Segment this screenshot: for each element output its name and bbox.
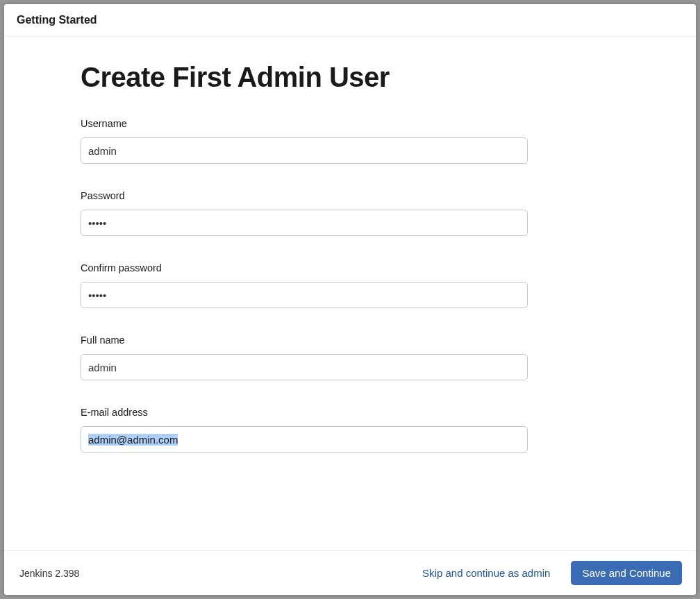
email-group: E-mail address admin@admin.com: [81, 407, 528, 453]
fullname-input[interactable]: [81, 354, 528, 380]
email-input[interactable]: admin@admin.com: [81, 426, 528, 453]
fullname-label: Full name: [81, 335, 528, 346]
page-title: Create First Admin User: [81, 62, 619, 93]
password-label: Password: [81, 190, 528, 201]
email-label: E-mail address: [81, 407, 528, 418]
username-group: Username: [81, 118, 528, 164]
modal-header-title: Getting Started: [17, 14, 683, 26]
username-input[interactable]: [81, 137, 528, 164]
skip-button[interactable]: Skip and continue as admin: [411, 561, 561, 585]
email-value: admin@admin.com: [88, 434, 178, 446]
setup-wizard-modal: Getting Started Create First Admin User …: [4, 4, 696, 595]
confirm-password-input[interactable]: [81, 282, 528, 308]
password-input[interactable]: [81, 210, 528, 236]
save-button[interactable]: Save and Continue: [571, 561, 682, 585]
fullname-group: Full name: [81, 335, 528, 380]
confirm-password-group: Confirm password: [81, 262, 528, 308]
modal-body: Create First Admin User Username Passwor…: [4, 37, 696, 550]
confirm-password-label: Confirm password: [81, 262, 528, 273]
password-group: Password: [81, 190, 528, 236]
modal-footer: Jenkins 2.398 Skip and continue as admin…: [4, 550, 696, 595]
version-text: Jenkins 2.398: [19, 568, 79, 579]
username-label: Username: [81, 118, 528, 129]
modal-header: Getting Started: [4, 4, 696, 37]
